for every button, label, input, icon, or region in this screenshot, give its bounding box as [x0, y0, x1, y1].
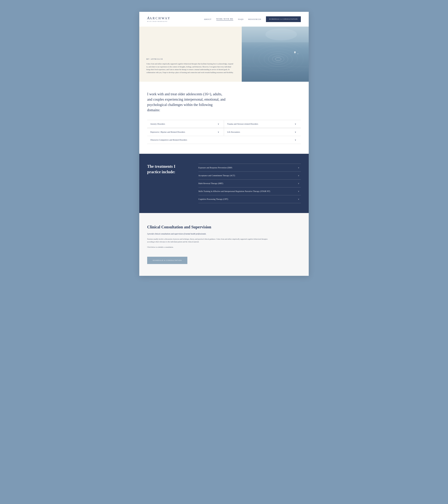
nav-about[interactable]: ABOUT [204, 18, 212, 20]
main-nav: ABOUT WORK WITH ME FAQS RESOURCES SCHEDU… [204, 16, 301, 22]
treatment-cpt-chevron: ∨ [298, 198, 299, 200]
consultation-section: Clinical Consultation and Supervision I … [139, 213, 309, 276]
accordion-trauma-chevron: ∨ [295, 123, 296, 125]
treatments-left: The treatments I practice include: [147, 164, 187, 203]
approach-label: MY APPROACH [146, 58, 235, 60]
logo-area: AARCHWAY PSYCHOTHERAPY [147, 16, 171, 22]
accordion-life-label: Life Encounters [227, 131, 240, 133]
hero-left: MY APPROACH I draw from and utilize empi… [139, 27, 242, 82]
svg-point-14 [265, 29, 297, 40]
water-ripple-svg [242, 27, 309, 82]
accordion-ocd[interactable]: Obsessive-Compulsive and Related Disorde… [147, 136, 301, 144]
domains-section: I work with and treat older adolescents … [139, 82, 309, 154]
logo-name: ARCHWAY [149, 17, 171, 20]
nav-schedule-cta[interactable]: SCHEDULE A CONSULTATION [266, 16, 301, 22]
accordion-depressive[interactable]: Depressive | Bipolar and Related Disorde… [147, 128, 224, 136]
nav-work-with-me[interactable]: WORK WITH ME [216, 18, 233, 20]
treatment-erp[interactable]: Exposure and Response Prevention (ERP) ∨ [198, 164, 301, 172]
treatment-hrt-label: Habit Reversal Therapy (HRT) [198, 182, 223, 184]
domains-intro: I work with and treat older adolescents … [147, 91, 226, 113]
nav-resources[interactable]: RESOURCES [248, 18, 261, 20]
accordion-anxiety[interactable]: Anxiety Disorders ∨ [147, 120, 224, 128]
logo-arch-letter: A [147, 16, 149, 20]
consult-title: Clinical Consultation and Supervision [147, 225, 301, 229]
accordion-life[interactable]: Life Encounters ∨ [224, 128, 301, 136]
logo-title: AARCHWAY [147, 16, 171, 20]
accordion-depressive-chevron: ∨ [218, 131, 219, 133]
accordion-depressive-label: Depressive | Bipolar and Related Disorde… [150, 131, 185, 133]
accordion-anxiety-label: Anxiety Disorders [150, 123, 165, 125]
treatments-right: Exposure and Response Prevention (ERP) ∨… [198, 164, 301, 203]
treatment-cpt[interactable]: Cognitive Processing Therapy (CPT) ∨ [198, 195, 301, 203]
accordion-anxiety-chevron: ∨ [218, 123, 219, 125]
treatment-stair-label: Skills Training in Affective and Interpe… [198, 190, 270, 192]
treatment-act-label: Acceptance and Commitment Therapy (ACT) [198, 175, 235, 177]
approach-text: I draw from and utilize empirically supp… [146, 62, 235, 74]
logo-subtitle: PSYCHOTHERAPY [147, 21, 171, 22]
accordion-ocd-chevron: ∨ [295, 139, 296, 141]
treatment-hrt-chevron: ∨ [298, 182, 299, 184]
treatments-title: The treatments I practice include: [147, 164, 187, 175]
consult-text-1: Sessions usually involve a discussion of… [147, 238, 269, 243]
treatment-stair[interactable]: Skills Training in Affective and Interpe… [198, 187, 301, 195]
accordion-ocd-label: Obsessive-Compulsive and Related Disorde… [150, 139, 187, 141]
consult-schedule-button[interactable]: SCHEDULE A CONSULTATION [147, 257, 187, 264]
svg-point-9 [295, 51, 295, 54]
hero-section: MY APPROACH I draw from and utilize empi… [139, 27, 309, 82]
treatment-cpt-label: Cognitive Processing Therapy (CPT) [198, 198, 228, 200]
svg-point-10 [298, 53, 298, 54]
accordion-trauma[interactable]: Trauma and Stressor-related Disorders ∨ [224, 120, 301, 128]
treatment-stair-chevron: ∨ [298, 190, 299, 192]
nav-faqs[interactable]: FAQS [238, 18, 243, 20]
accordion-life-chevron: ∨ [295, 131, 296, 133]
consult-highlight: I provide clinical consultations and sup… [147, 233, 301, 235]
treatment-erp-label: Exposure and Response Prevention (ERP) [198, 167, 232, 169]
consult-text-2: Click below to schedule a consultation. [147, 246, 269, 249]
treatment-erp-chevron: ∨ [298, 166, 299, 169]
hero-image [242, 27, 309, 82]
site-header: AARCHWAY PSYCHOTHERAPY ABOUT WORK WITH M… [139, 12, 309, 27]
treatment-hrt[interactable]: Habit Reversal Therapy (HRT) ∨ [198, 180, 301, 187]
treatment-act-chevron: ∨ [298, 174, 299, 177]
domains-row-1: Anxiety Disorders ∨ Trauma and Stressor-… [147, 120, 301, 128]
treatment-act[interactable]: Acceptance and Commitment Therapy (ACT) … [198, 172, 301, 180]
page-wrapper: AARCHWAY PSYCHOTHERAPY ABOUT WORK WITH M… [139, 12, 309, 276]
accordion-trauma-label: Trauma and Stressor-related Disorders [227, 123, 258, 125]
domains-row-2: Depressive | Bipolar and Related Disorde… [147, 128, 301, 136]
treatments-section: The treatments I practice include: Expos… [139, 154, 309, 213]
